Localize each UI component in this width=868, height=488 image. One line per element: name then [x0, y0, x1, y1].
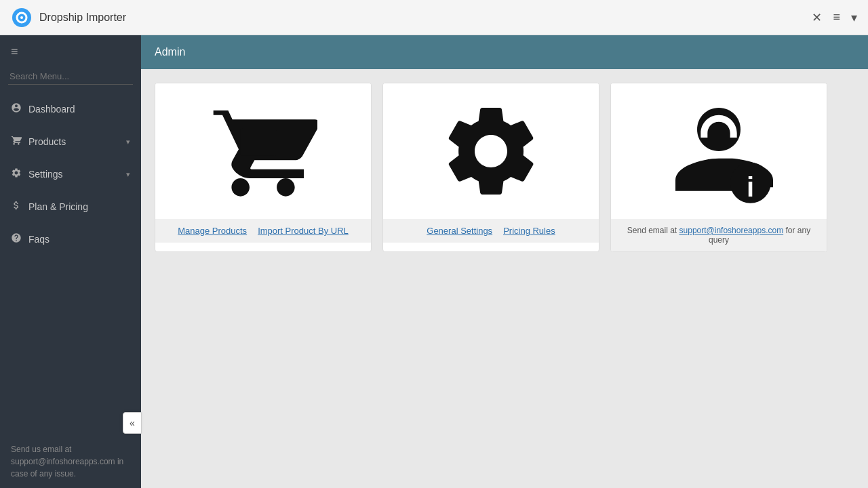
- products-card: Manage Products Import Product By URL: [155, 83, 372, 252]
- support-card-text: Send email at support@infoshoreapps.com …: [611, 219, 827, 251]
- svg-text:i: i: [747, 172, 754, 202]
- title-bar-right: ✕ ≡ ▾: [812, 10, 857, 25]
- sidebar-item-settings[interactable]: Settings ▾: [0, 158, 141, 190]
- menu-icon[interactable]: ≡: [833, 10, 840, 24]
- collapse-sidebar-button[interactable]: «: [123, 412, 142, 434]
- sidebar-item-products[interactable]: Products ▾: [0, 125, 141, 158]
- support-email-link[interactable]: support@infoshoreapps.com: [679, 226, 784, 235]
- sidebar-hamburger[interactable]: ≡: [0, 35, 141, 68]
- sidebar-item-dashboard[interactable]: Dashboard: [0, 93, 141, 125]
- support-pre-text: Send email at: [627, 226, 679, 235]
- pricing-rules-link[interactable]: Pricing Rules: [503, 226, 555, 236]
- gear-large-icon: [437, 97, 545, 205]
- close-icon[interactable]: ✕: [812, 10, 822, 25]
- title-bar: Dropship Importer ✕ ≡ ▾: [0, 0, 868, 35]
- settings-card: General Settings Pricing Rules: [382, 83, 599, 252]
- cart-icon: [11, 135, 22, 148]
- sidebar-item-plan-pricing[interactable]: Plan & Pricing: [0, 190, 141, 223]
- sidebar-footer: Send us email at support@infoshoreapps.c…: [0, 435, 141, 488]
- app-title: Dropship Importer: [39, 12, 126, 24]
- shopping-cart-icon: [209, 97, 317, 205]
- sidebar-item-faqs-label: Faqs: [28, 234, 130, 245]
- content-body: Manage Products Import Product By URL Ge…: [141, 69, 868, 488]
- content-area: Admin Manage Products Import Product By …: [141, 35, 868, 488]
- sidebar-item-settings-label: Settings: [28, 169, 119, 180]
- dashboard-icon: [11, 102, 22, 116]
- sidebar-item-products-label: Products: [28, 136, 119, 147]
- main-layout: ≡ Dashboard Products ▾ Settings ▾: [0, 35, 868, 488]
- products-chevron-icon: ▾: [126, 138, 130, 146]
- title-bar-left: Dropship Importer: [11, 7, 126, 28]
- sidebar-item-plan-pricing-label: Plan & Pricing: [28, 201, 130, 212]
- support-agent-icon: i: [665, 97, 773, 205]
- dropdown-icon[interactable]: ▾: [851, 10, 857, 25]
- sidebar-item-faqs[interactable]: Faqs: [0, 223, 141, 256]
- support-card-icon-area: i: [611, 83, 827, 219]
- support-card: i Send email at support@infoshoreapps.co…: [610, 83, 827, 252]
- manage-products-link[interactable]: Manage Products: [178, 226, 247, 236]
- settings-icon: [11, 167, 22, 181]
- dollar-icon: [11, 200, 22, 214]
- search-input[interactable]: [8, 68, 133, 85]
- app-logo-icon: [11, 7, 33, 28]
- svg-point-2: [20, 16, 23, 19]
- footer-text: Send us email at support@infoshoreapps.c…: [11, 445, 123, 479]
- products-card-icon-area: [155, 83, 371, 219]
- import-product-link[interactable]: Import Product By URL: [258, 226, 349, 236]
- page-title: Admin: [155, 46, 185, 58]
- sidebar: ≡ Dashboard Products ▾ Settings ▾: [0, 35, 141, 488]
- products-card-links: Manage Products Import Product By URL: [155, 219, 371, 243]
- question-icon: [11, 232, 22, 246]
- cards-grid: Manage Products Import Product By URL Ge…: [155, 83, 854, 252]
- svg-rect-3: [241, 129, 277, 156]
- general-settings-link[interactable]: General Settings: [427, 226, 492, 236]
- collapse-icon: «: [130, 418, 135, 428]
- settings-chevron-icon: ▾: [126, 170, 130, 179]
- content-header: Admin: [141, 35, 868, 69]
- settings-card-icon-area: [383, 83, 599, 219]
- settings-card-links: General Settings Pricing Rules: [383, 219, 599, 243]
- sidebar-item-dashboard-label: Dashboard: [28, 104, 130, 115]
